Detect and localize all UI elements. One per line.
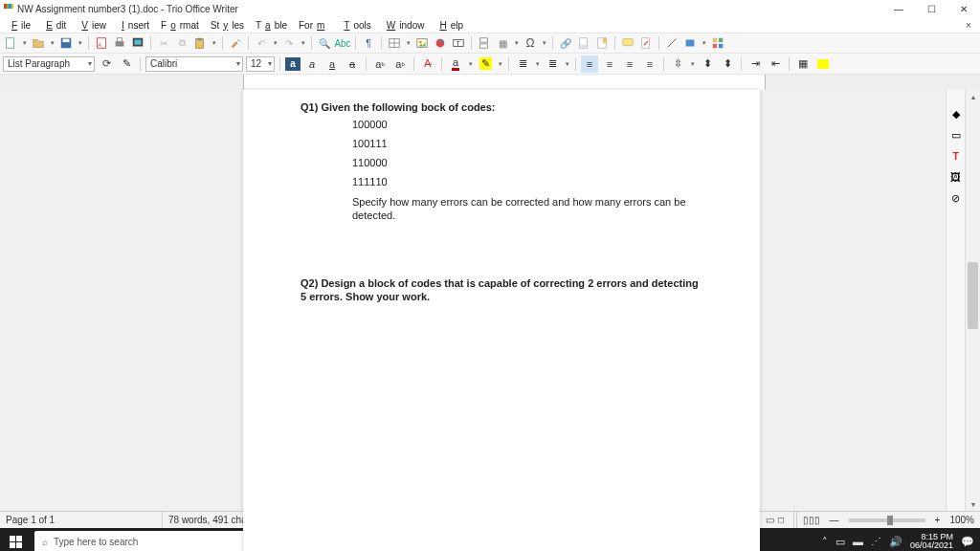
comment-button[interactable] [620,35,635,51]
find-button[interactable]: 🔍 [317,35,332,51]
bullets-button[interactable]: ≣ [514,55,531,73]
dropdown-icon[interactable]: ▾ [77,35,83,51]
dropdown-icon[interactable]: ▾ [272,35,278,51]
paste-button[interactable] [192,35,208,51]
font-size-combo[interactable]: 12 [246,56,275,72]
scroll-down-icon[interactable]: ▾ [966,497,980,511]
bold-button[interactable]: a [285,57,301,71]
cut-button[interactable]: ✂ [156,35,171,51]
table-button[interactable] [387,35,402,51]
image-button[interactable] [414,35,430,51]
increase-indent-button[interactable]: ⇥ [746,55,764,73]
underline-button[interactable]: a [323,55,341,73]
highlight-button[interactable]: ✎ [477,55,494,73]
basic-shapes-button[interactable] [682,35,698,51]
dropdown-icon[interactable]: ▾ [467,56,474,72]
track-changes-button[interactable] [638,35,654,51]
maximize-button[interactable]: ☐ [915,0,947,17]
dropdown-icon[interactable]: ▾ [534,56,541,72]
dropdown-icon[interactable]: ▾ [21,35,28,51]
dropdown-icon[interactable]: ▾ [405,35,412,51]
sidebar-properties-icon[interactable]: ◆ [949,107,963,121]
dropdown-icon[interactable]: ▾ [564,56,570,72]
page-break-button[interactable] [477,35,492,51]
footnote-button[interactable] [576,35,591,51]
line-button[interactable] [664,35,679,51]
draw-functions-button[interactable] [710,35,725,51]
tray-clock[interactable]: 8:15 PM 06/04/2021 [910,533,953,551]
strikethrough-button[interactable]: a [344,55,361,73]
sidebar-gallery-icon[interactable]: 🖼 [949,170,963,184]
status-zoom[interactable]: 100% [944,512,980,528]
tray-wifi-icon[interactable]: ⋰ [871,536,881,548]
spellcheck-button[interactable]: Abc [335,35,350,51]
sidebar-styles-icon[interactable]: T [949,149,963,163]
sidebar-navigator-icon[interactable]: ⊘ [949,191,963,205]
decrease-indent-button[interactable]: ⇤ [767,55,784,73]
copy-button[interactable]: ⧉ [174,35,189,51]
dropdown-icon[interactable]: ▾ [689,56,696,72]
menu-view[interactable]: View [74,20,110,31]
clear-formatting-button[interactable]: A̶ [419,55,436,73]
vertical-scrollbar[interactable]: ▴ ▾ [965,90,980,511]
undo-button[interactable]: ↶ [254,35,269,51]
field-button[interactable]: ▦ [495,35,510,51]
sidebar-page-icon[interactable]: ▭ [949,128,963,142]
status-selection-mode[interactable]: ▭□ [756,512,794,528]
menu-format[interactable]: Format [157,20,203,31]
zoom-slider[interactable] [849,518,925,522]
tray-meet-icon[interactable]: ▭ [835,536,845,548]
hyperlink-button[interactable]: 🔗 [558,35,573,51]
menu-insert[interactable]: Insert [114,20,153,31]
menu-help[interactable]: Help [432,20,467,31]
paragraph-style-combo[interactable]: List Paragraph [3,56,95,72]
export-pdf-button[interactable]: A [94,35,109,51]
dropdown-icon[interactable]: ▾ [541,35,547,51]
special-char-button[interactable]: Ω [523,35,538,51]
increase-spacing-button[interactable]: ⬍ [699,55,716,73]
close-button[interactable]: ✕ [947,0,980,17]
bookmark-button[interactable] [594,35,610,51]
menu-table[interactable]: Table [252,20,291,31]
numbering-button[interactable]: ≣ [544,55,561,73]
tray-chevron-icon[interactable]: ˄ [822,536,828,548]
dropdown-icon[interactable]: ▾ [497,56,503,72]
scroll-up-icon[interactable]: ▴ [966,90,980,103]
font-name-combo[interactable]: Calibri [145,56,243,72]
minimize-button[interactable]: — [882,0,915,17]
document-close-button[interactable]: × [957,19,980,31]
open-button[interactable] [31,35,46,51]
dropdown-icon[interactable]: ▾ [513,35,520,51]
page[interactable]: Q1) Given the following bock of codes: 1… [243,90,760,551]
subscript-button[interactable]: ab [391,55,409,73]
print-preview-button[interactable] [130,35,145,51]
start-button[interactable] [0,528,31,551]
menu-edit[interactable]: Edit [38,20,70,31]
font-color-button[interactable]: a [447,55,464,73]
menu-form[interactable]: Form [295,20,332,31]
save-button[interactable] [58,35,74,51]
new-button[interactable] [3,35,18,51]
tray-volume-icon[interactable]: 🔊 [889,536,902,548]
formatting-marks-button[interactable]: ¶ [361,35,376,51]
redo-button[interactable]: ↷ [281,35,297,51]
status-page[interactable]: Page 1 of 1 [0,512,163,528]
menu-styles[interactable]: Styles [207,20,248,31]
scroll-thumb[interactable] [968,262,978,329]
tray-notifications-icon[interactable]: 💬 [961,536,974,548]
update-style-button[interactable]: ⟳ [98,55,115,73]
textbox-button[interactable]: T [451,35,466,51]
align-left-button[interactable]: ≡ [581,55,598,73]
borders-button[interactable]: ▦ [794,55,812,73]
italic-button[interactable]: a [303,55,321,73]
horizontal-ruler[interactable] [0,75,980,90]
taskbar-search[interactable]: ⌕ Type here to search [34,531,255,551]
dropdown-icon[interactable]: ▾ [49,35,56,51]
superscript-button[interactable]: ab [371,55,389,73]
format-paintbrush-button[interactable] [228,35,243,51]
print-button[interactable] [112,35,127,51]
decrease-spacing-button[interactable]: ⬍ [719,55,736,73]
align-right-button[interactable]: ≡ [621,55,638,73]
status-view-buttons[interactable]: ▯▯▯ [797,512,826,528]
highlight-fill-button[interactable] [814,55,832,73]
